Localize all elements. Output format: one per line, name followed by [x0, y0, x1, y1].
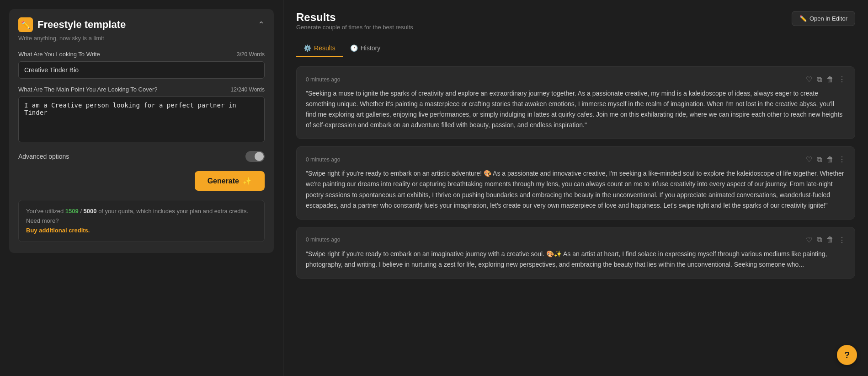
- sparkle-icon: ✨: [243, 177, 252, 185]
- copy-icon-2[interactable]: ⧉: [817, 156, 822, 164]
- left-panel: ✏️ Freestyle template ⌃ Write anything, …: [0, 0, 283, 376]
- template-header: ✏️ Freestyle template ⌃: [18, 17, 265, 32]
- result-1-actions: ♡ ⧉ 🗑 ⋮: [806, 75, 846, 84]
- result-3-timestamp: 0 minutes ago: [306, 236, 340, 243]
- open-editor-label: Open in Editor: [809, 15, 847, 22]
- quota-pre-text: You've utilized: [26, 208, 65, 215]
- results-title: Results: [296, 11, 413, 24]
- copy-icon-3[interactable]: ⧉: [817, 236, 822, 244]
- result-card-1: 0 minutes ago ♡ ⧉ 🗑 ⋮ "Seeking a muse to…: [296, 66, 855, 139]
- field2-input[interactable]: [18, 97, 265, 142]
- delete-icon-3[interactable]: 🗑: [826, 236, 834, 244]
- field1-label: What Are You Looking To Write: [18, 51, 100, 58]
- tab-results-label: Results: [314, 44, 335, 52]
- pencil-icon: ✏️: [18, 17, 33, 32]
- quota-sep: /: [79, 208, 84, 215]
- result-3-actions: ♡ ⧉ 🗑 ⋮: [806, 236, 846, 244]
- quota-total: 5000: [84, 208, 97, 215]
- result-2-text: "Swipe right if you're ready to embark o…: [306, 168, 846, 210]
- generate-label: Generate: [208, 177, 239, 185]
- template-title-group: ✏️ Freestyle template: [18, 17, 126, 32]
- help-button[interactable]: ?: [837, 345, 857, 365]
- advanced-toggle[interactable]: [245, 151, 265, 162]
- pencil-editor-icon: ✏️: [799, 15, 807, 22]
- field1-label-row: What Are You Looking To Write 3/20 Words: [18, 51, 265, 58]
- result-3-text: "Swipe right if you're ready to embark o…: [306, 249, 846, 270]
- template-subtitle: Write anything, now sky is a limit: [18, 35, 265, 42]
- more-icon-1[interactable]: ⋮: [838, 75, 846, 84]
- result-card-3-header: 0 minutes ago ♡ ⧉ 🗑 ⋮: [306, 236, 846, 244]
- template-card: ✏️ Freestyle template ⌃ Write anything, …: [9, 9, 274, 253]
- right-panel: Results Generate couple of times for the…: [283, 0, 868, 376]
- result-card-2-header: 0 minutes ago ♡ ⧉ 🗑 ⋮: [306, 155, 846, 164]
- heart-icon-3[interactable]: ♡: [806, 236, 812, 244]
- field2-label-row: What Are The Main Point You Are Looking …: [18, 86, 265, 93]
- field1-input[interactable]: [18, 61, 265, 79]
- template-title: Freestyle template: [37, 19, 126, 31]
- generate-button[interactable]: Generate ✨: [195, 171, 265, 191]
- result-1-text: "Seeking a muse to ignite the sparks of …: [306, 88, 846, 130]
- result-card-3: 0 minutes ago ♡ ⧉ 🗑 ⋮ "Swipe right if yo…: [296, 227, 855, 279]
- result-2-actions: ♡ ⧉ 🗑 ⋮: [806, 155, 846, 164]
- quota-used: 1509: [65, 208, 79, 215]
- result-card-2: 0 minutes ago ♡ ⧉ 🗑 ⋮ "Swipe right if yo…: [296, 146, 855, 219]
- result-1-timestamp: 0 minutes ago: [306, 76, 340, 83]
- history-tab-icon: 🕐: [350, 44, 358, 52]
- field2-label: What Are The Main Point You Are Looking …: [18, 86, 158, 93]
- buy-credits-link[interactable]: Buy additional credits.: [26, 227, 90, 234]
- results-tab-icon: ⚙️: [304, 44, 311, 52]
- more-icon-2[interactable]: ⋮: [838, 155, 846, 164]
- advanced-label: Advanced options: [18, 153, 69, 160]
- delete-icon-2[interactable]: 🗑: [826, 156, 834, 164]
- generate-btn-row: Generate ✨: [18, 171, 265, 191]
- quota-box: You've utilized 1509 / 5000 of your quot…: [18, 200, 265, 242]
- field2-word-count: 12/240 Words: [231, 86, 265, 93]
- field1-word-count: 3/20 Words: [237, 51, 265, 58]
- toggle-knob: [255, 152, 264, 161]
- result-card-1-header: 0 minutes ago ♡ ⧉ 🗑 ⋮: [306, 75, 846, 84]
- copy-icon-1[interactable]: ⧉: [817, 75, 822, 84]
- results-subtitle: Generate couple of times for the best re…: [296, 24, 413, 31]
- results-header-left: Results Generate couple of times for the…: [296, 11, 413, 38]
- result-2-timestamp: 0 minutes ago: [306, 156, 340, 163]
- heart-icon-1[interactable]: ♡: [806, 75, 812, 84]
- heart-icon-2[interactable]: ♡: [806, 155, 812, 164]
- tab-history-label: History: [361, 44, 381, 52]
- open-editor-button[interactable]: ✏️ Open in Editor: [792, 11, 855, 26]
- tab-results[interactable]: ⚙️ Results: [296, 40, 343, 57]
- advanced-options-row: Advanced options: [18, 151, 265, 162]
- chevron-up-icon[interactable]: ⌃: [258, 20, 265, 30]
- more-icon-3[interactable]: ⋮: [838, 236, 846, 244]
- tab-history[interactable]: 🕐 History: [343, 40, 388, 57]
- tabs-row: ⚙️ Results 🕐 History: [296, 40, 855, 57]
- delete-icon-1[interactable]: 🗑: [826, 75, 834, 84]
- results-header: Results Generate couple of times for the…: [296, 11, 855, 38]
